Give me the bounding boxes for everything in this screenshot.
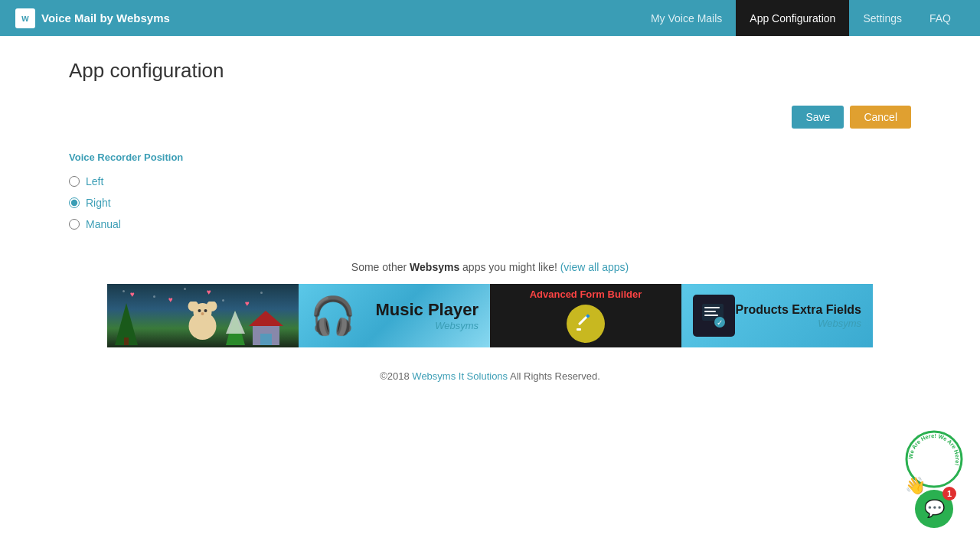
toolbar: Save Cancel xyxy=(69,106,911,129)
nav-link-my-voice-mails[interactable]: My Voice Mails xyxy=(637,0,736,36)
heart-1: ♥ xyxy=(130,290,135,298)
radio-left[interactable] xyxy=(69,176,80,187)
radio-option-right[interactable]: Right xyxy=(69,197,911,209)
apps-grid: ♥ ♥ ♥ ♥ 🎧 Music Player Websyms xyxy=(69,284,911,347)
app-card-products[interactable]: ✓ Products Extra Fields Websyms xyxy=(681,284,873,347)
radio-option-left[interactable]: Left xyxy=(69,175,911,187)
music-websyms-brand: Websyms xyxy=(375,320,479,331)
holiday-house xyxy=(249,307,283,347)
nav-link-app-configuration[interactable]: App Configuration xyxy=(736,0,849,36)
brand-title: Voice Mail by Websyms xyxy=(41,11,170,24)
heart-4: ♥ xyxy=(245,299,250,308)
svg-point-9 xyxy=(198,309,201,312)
nav-links: My Voice Mails App Configuration Setting… xyxy=(637,0,965,36)
voice-recorder-section: Voice Recorder Position Left Right Manua… xyxy=(69,152,911,230)
star xyxy=(184,288,186,290)
svg-rect-1 xyxy=(124,337,129,345)
svg-marker-13 xyxy=(226,311,245,334)
promo-section: Some other Websyms apps you might like! … xyxy=(69,261,911,347)
section-title: Voice Recorder Position xyxy=(69,152,911,163)
music-brand-syms: syms xyxy=(456,320,479,331)
cancel-button[interactable]: Cancel xyxy=(850,106,911,129)
brand-logo: w xyxy=(15,8,35,28)
products-brand-web: Web xyxy=(818,318,838,329)
holiday-character xyxy=(186,302,220,346)
form-builder-icon xyxy=(567,305,605,343)
promo-prefix: Some other xyxy=(351,261,410,273)
svg-rect-16 xyxy=(577,328,581,331)
radio-right[interactable] xyxy=(69,197,80,208)
products-brand-syms: syms xyxy=(838,318,861,329)
radio-manual[interactable] xyxy=(69,219,80,230)
heart-3: ♥ xyxy=(207,288,211,296)
navbar: w Voice Mail by Websyms My Voice Mails A… xyxy=(0,0,980,36)
app-card-holiday[interactable]: ♥ ♥ ♥ ♥ xyxy=(107,284,299,347)
star xyxy=(222,299,224,302)
products-websyms-brand: Websyms xyxy=(736,318,862,329)
brand: w Voice Mail by Websyms xyxy=(15,8,170,28)
radio-right-label: Right xyxy=(86,197,111,209)
products-title: Products Extra Fields xyxy=(736,302,862,317)
promo-brand: Websyms xyxy=(410,261,459,273)
svg-point-10 xyxy=(204,309,207,312)
products-text-block: Products Extra Fields Websyms xyxy=(736,302,862,328)
nav-link-faq[interactable]: FAQ xyxy=(916,0,965,36)
svg-point-11 xyxy=(201,312,204,315)
svg-rect-4 xyxy=(260,334,272,345)
page-content: App configuration Save Cancel Voice Reco… xyxy=(54,36,926,420)
svg-text:✓: ✓ xyxy=(717,318,723,327)
app-card-music[interactable]: 🎧 Music Player Websyms xyxy=(299,284,490,347)
form-builder-title: Advanced Form Builder xyxy=(530,289,642,300)
view-all-apps-link[interactable]: (view all apps) xyxy=(560,261,629,273)
star xyxy=(153,295,155,298)
holiday-tree-right xyxy=(226,311,245,347)
app-card-form-builder[interactable]: Advanced Form Builder xyxy=(490,284,681,347)
heart-2: ♥ xyxy=(168,295,173,304)
radio-left-label: Left xyxy=(86,175,103,187)
radio-manual-label: Manual xyxy=(86,218,121,230)
promo-text: Some other Websyms apps you might like! … xyxy=(69,261,911,273)
radio-option-manual[interactable]: Manual xyxy=(69,218,911,230)
music-player-title: Music Player xyxy=(375,300,479,320)
radio-group-position: Left Right Manual xyxy=(69,175,911,230)
nav-link-settings[interactable]: Settings xyxy=(849,0,916,36)
star xyxy=(260,292,263,294)
svg-marker-2 xyxy=(249,311,283,326)
footer: ©2018 Websyms It Solutions All Rights Re… xyxy=(69,363,911,397)
headphone-icon: 🎧 xyxy=(310,295,356,337)
footer-company-link[interactable]: Websyms It Solutions xyxy=(412,370,508,382)
page-title: App configuration xyxy=(69,59,911,83)
svg-rect-20 xyxy=(704,315,718,316)
products-icon: ✓ xyxy=(693,295,735,337)
save-button[interactable]: Save xyxy=(792,106,844,129)
music-brand-web: Web xyxy=(435,320,456,331)
footer-copyright: ©2018 xyxy=(380,370,412,382)
star xyxy=(122,290,125,292)
promo-suffix: apps you might like! xyxy=(459,261,557,273)
footer-suffix: All Rights Reserved. xyxy=(508,370,600,382)
holiday-tree-left xyxy=(115,303,138,347)
music-text-block: Music Player Websyms xyxy=(375,300,479,331)
svg-rect-18 xyxy=(704,307,720,308)
svg-rect-19 xyxy=(704,311,716,312)
holiday-scene: ♥ ♥ ♥ ♥ xyxy=(107,284,299,347)
